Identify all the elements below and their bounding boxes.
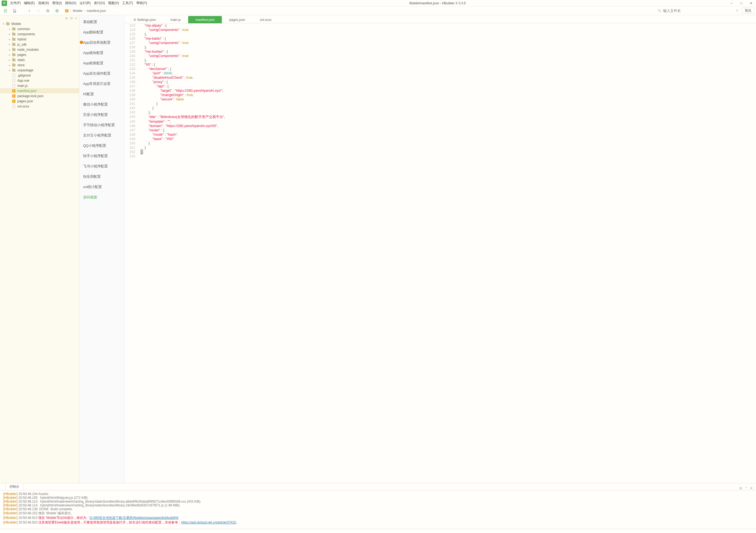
tree-file[interactable]: main.js	[0, 83, 79, 88]
folder-icon	[12, 64, 15, 66]
code-line: 151 }	[125, 145, 756, 150]
json-icon: {}	[12, 89, 15, 92]
menu-bar: 文件(F)编辑(E)选择(S)查找(I)跳转(G)运行(R)发行(U)视图(V)…	[9, 0, 148, 6]
tree-root[interactable]: ▾Mobile	[0, 21, 79, 26]
code-line: 130 "usingComponents" : true	[125, 54, 756, 58]
console-popout-icon[interactable]: ⧉	[740, 486, 742, 490]
menu-item[interactable]: 工具(T)	[121, 0, 134, 6]
tree-folder[interactable]: ▸components	[0, 32, 79, 37]
config-nav-item[interactable]: 字节跳动小程序配置	[79, 120, 125, 130]
file-icon	[13, 84, 15, 88]
maximize-icon[interactable]: □	[737, 0, 746, 7]
breadcrumb-root[interactable]: Mobile	[73, 9, 82, 13]
config-nav-item[interactable]: 快手小程序配置	[79, 151, 125, 161]
tree-folder[interactable]: ▸node_modules	[0, 47, 79, 52]
filter-icon[interactable]	[735, 9, 739, 13]
code-line: 153	[125, 154, 756, 159]
nav-back-icon[interactable]	[26, 8, 33, 14]
json-icon: {}	[12, 94, 15, 98]
tree-folder[interactable]: ▸js_sdk	[0, 42, 79, 47]
preview-button[interactable]: 预览	[742, 8, 754, 14]
editor-area: ⚙Settings.jsonmain.jsmanifest.jsonpages.…	[125, 15, 756, 483]
collapse-icon[interactable]: ⊟	[70, 16, 73, 20]
tree-file[interactable]: {}pages.json	[0, 98, 79, 104]
search-icon[interactable]	[658, 9, 662, 13]
folder-icon	[12, 28, 15, 30]
console-log[interactable]: [HBuilder] 20:50:48.104 Assets:[HBuilder…	[0, 490, 756, 529]
tree-folder[interactable]: ▸hybrid	[0, 37, 79, 42]
config-nav-item[interactable]: uni统计配置	[79, 182, 125, 192]
config-nav-item[interactable]: 百度小程序配置	[79, 110, 125, 120]
code-editor[interactable]: 123- "mp-alipay" : {124 "usingComponents…	[125, 23, 756, 483]
menu-item[interactable]: 查找(I)	[51, 0, 63, 6]
editor-tab[interactable]: pages.json	[222, 16, 252, 23]
menu-icon[interactable]: ≡	[75, 16, 77, 20]
menu-item[interactable]: 视图(V)	[107, 0, 120, 6]
tree-folder[interactable]: ▸unpackage	[0, 67, 79, 73]
console-row: [HBuilder] 20:50:48.152 项目 'Mobile' 编译成功…	[3, 511, 753, 516]
tree-folder[interactable]: ▸store	[0, 63, 79, 67]
code-line: 147- "router" : {	[125, 128, 756, 133]
tree-folder[interactable]: ▸static	[0, 57, 79, 63]
tree-file[interactable]: App.vue	[0, 78, 79, 83]
config-nav-item[interactable]: App模块配置	[79, 48, 125, 58]
code-line: 152}	[125, 150, 756, 154]
editor-tab[interactable]: manifest.json	[188, 16, 222, 23]
console-collapse-icon[interactable]: ⌃	[744, 486, 747, 490]
search-input[interactable]	[663, 9, 734, 13]
tree-file[interactable]: .gitignore	[0, 73, 79, 78]
close-icon[interactable]: ✕	[746, 0, 756, 7]
config-nav-item[interactable]: 基础配置	[79, 17, 125, 27]
code-line: 125 },	[125, 32, 756, 37]
config-nav-item[interactable]: 源码视图	[79, 192, 125, 202]
window-title: Mobile/manifest.json - HBuilder X 3.3.5	[148, 1, 727, 5]
menu-item[interactable]: 选择(S)	[37, 0, 50, 6]
folder-icon	[12, 33, 15, 36]
tree-file[interactable]: {}manifest.json	[0, 88, 79, 93]
config-nav-item[interactable]: 支付宝小程序配置	[79, 130, 125, 140]
tree-file[interactable]: uni.scss	[0, 104, 79, 109]
tree-file[interactable]: {}package-lock.json	[0, 93, 79, 98]
folder-icon	[6, 22, 10, 25]
editor-tab[interactable]: main.js	[163, 16, 188, 23]
config-nav-item[interactable]: h5配置	[79, 89, 125, 99]
code-line: 131 },	[125, 58, 756, 63]
menu-item[interactable]: 跳转(G)	[64, 0, 78, 6]
tree-folder[interactable]: ▸pages	[0, 52, 79, 57]
menu-item[interactable]: 运行(R)	[78, 0, 92, 6]
breadcrumb-file[interactable]: manifest.json	[87, 9, 106, 13]
console-close-icon[interactable]: ✕	[750, 486, 753, 490]
menu-item[interactable]: 文件(F)	[9, 0, 22, 6]
folder-icon	[12, 48, 15, 51]
save-icon[interactable]	[11, 8, 18, 14]
menu-item[interactable]: 发行(U)	[93, 0, 106, 6]
config-nav-item[interactable]: !App启动界面配置	[79, 38, 125, 48]
editor-tab[interactable]: uni.scss	[252, 16, 279, 23]
new-file-icon[interactable]	[2, 8, 9, 14]
run-icon[interactable]	[53, 8, 61, 14]
breadcrumb: {} › Mobile › manifest.json	[65, 9, 106, 13]
config-nav-item[interactable]: 快应用配置	[79, 171, 125, 182]
star-icon[interactable]	[44, 8, 52, 14]
new-folder-icon[interactable]: ⊕	[65, 16, 68, 20]
svg-rect-1	[14, 11, 15, 12]
svg-point-3	[658, 10, 660, 12]
file-icon	[13, 74, 15, 77]
config-nav-item[interactable]: App图标配置	[79, 27, 125, 38]
nav-forward-icon[interactable]	[35, 8, 42, 14]
console-row: [HBuilder] 20:50:48.913 项目 'Mobile'导出h5成…	[3, 516, 753, 520]
config-nav-item[interactable]: 微信小程序配置	[79, 99, 125, 110]
tree-folder[interactable]: ▸common	[0, 26, 79, 32]
config-nav-item[interactable]: 飞书小程序配置	[79, 161, 125, 171]
editor-tab[interactable]: ⚙Settings.json	[126, 16, 163, 23]
config-nav-item[interactable]: App权限配置	[79, 58, 125, 68]
file-icon	[13, 105, 15, 108]
menu-item[interactable]: 编辑(E)	[22, 0, 36, 6]
config-nav-item[interactable]: App常用其它设置	[79, 79, 125, 89]
console-tab[interactable]: 控制台	[5, 483, 23, 490]
config-nav-item[interactable]: App原生插件配置	[79, 68, 125, 79]
config-nav-item[interactable]: QQ小程序配置	[79, 140, 125, 151]
app-logo: H	[2, 1, 7, 6]
minimize-icon[interactable]: ─	[727, 0, 737, 7]
menu-item[interactable]: 帮助(Y)	[135, 0, 148, 6]
